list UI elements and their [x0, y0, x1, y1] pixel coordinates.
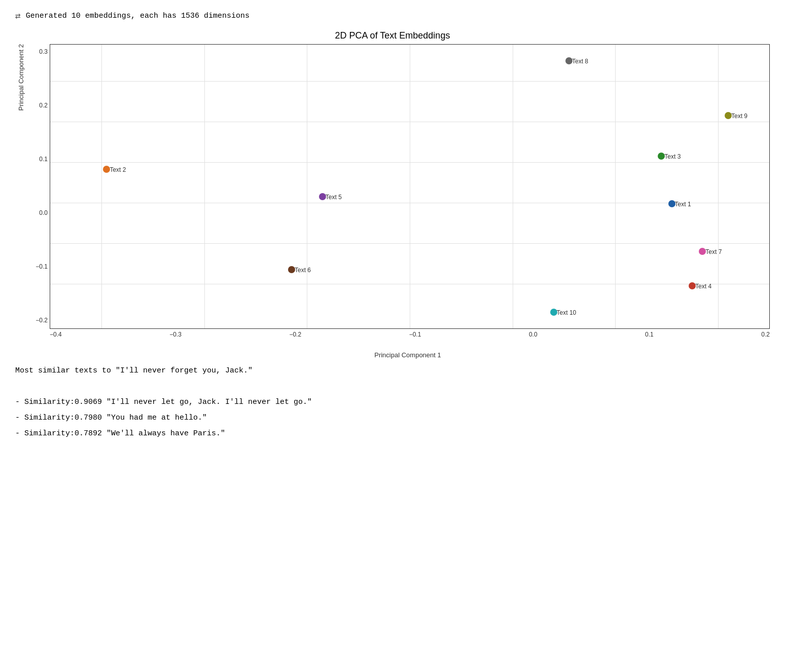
grid-line-v [307, 45, 307, 328]
point-label-7: Text 7 [705, 248, 722, 255]
data-point-5 [319, 193, 326, 200]
point-label-9: Text 9 [731, 113, 747, 120]
y-tick-6: 0.3 [28, 48, 48, 55]
data-point-4 [689, 282, 696, 289]
chart-title: 2D PCA of Text Embeddings [15, 30, 770, 41]
header-text: Generated 10 embeddings, each has 1536 d… [26, 12, 249, 20]
point-label-10: Text 10 [557, 309, 577, 316]
y-tick-3: 0.0 [28, 209, 48, 216]
grid-line-v [718, 45, 719, 328]
similarity-item-2: - Similarity:0.7980 "You had me at hello… [15, 411, 770, 425]
similarity-section: Most similar texts to "I'll never forget… [15, 364, 770, 440]
y-tick-4: 0.1 [28, 156, 48, 163]
grid-line-v [615, 45, 616, 328]
x-tick-1: −0.4 [50, 331, 62, 338]
grid-line-v [204, 45, 205, 328]
x-tick-5: 0.0 [529, 331, 538, 338]
point-label-8: Text 8 [572, 58, 588, 65]
point-label-2: Text 2 [110, 166, 126, 173]
x-axis-label: Principal Component 1 [46, 351, 770, 359]
point-label-4: Text 4 [695, 283, 711, 290]
embeddings-icon: ⇄ [15, 10, 21, 21]
data-point-8 [565, 57, 573, 64]
data-point-9 [725, 112, 732, 119]
data-point-2 [103, 166, 110, 173]
y-tick-1: −0.2 [28, 317, 48, 324]
point-label-1: Text 1 [675, 201, 691, 208]
data-point-6 [288, 266, 295, 273]
data-point-1 [668, 200, 675, 207]
grid-line-v [101, 45, 102, 328]
point-label-5: Text 5 [326, 194, 342, 201]
x-tick-4: −0.1 [409, 331, 421, 338]
y-axis-label: Principal Component 2 [15, 44, 26, 111]
chart-plot-area: Text 1Text 2Text 3Text 4Text 5Text 6Text… [50, 44, 770, 329]
point-label-6: Text 6 [295, 267, 311, 274]
point-label-3: Text 3 [664, 153, 681, 160]
x-tick-2: −0.3 [169, 331, 182, 338]
x-tick-6: 0.1 [645, 331, 654, 338]
grid-line-v [410, 45, 410, 328]
y-tick-2: −0.1 [28, 263, 48, 270]
x-tick-7: 0.2 [761, 331, 770, 338]
x-tick-3: −0.2 [289, 331, 301, 338]
similarity-item-3: - Similarity:0.7892 "We'll always have P… [15, 427, 770, 440]
similarity-item-1: - Similarity:0.9069 "I'll never let go, … [15, 395, 770, 409]
data-point-10 [550, 309, 557, 316]
data-point-3 [658, 153, 665, 160]
data-point-7 [699, 248, 706, 255]
similarity-header: Most similar texts to "I'll never forget… [15, 364, 770, 378]
y-tick-5: 0.2 [28, 102, 48, 109]
grid-line-v [513, 45, 513, 328]
